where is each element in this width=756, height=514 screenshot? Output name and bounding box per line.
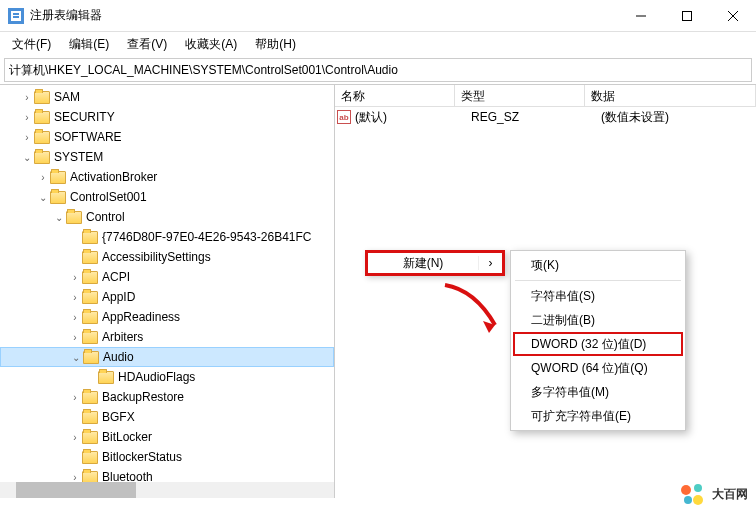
svg-point-1 bbox=[681, 485, 691, 495]
submenu-qword[interactable]: QWORD (64 位)值(Q) bbox=[513, 356, 683, 380]
list-row[interactable]: ab (默认) REG_SZ (数值未设置) bbox=[335, 107, 756, 127]
address-bar[interactable]: 计算机\HKEY_LOCAL_MACHINE\SYSTEM\ControlSet… bbox=[4, 58, 752, 82]
tree-node-appreadiness[interactable]: ›AppReadiness bbox=[0, 307, 334, 327]
folder-icon bbox=[82, 291, 98, 304]
expander-icon[interactable]: › bbox=[20, 110, 34, 124]
svg-point-2 bbox=[694, 484, 702, 492]
folder-icon bbox=[98, 371, 114, 384]
expander-icon[interactable]: › bbox=[68, 330, 82, 344]
tree-node-audio[interactable]: ⌄Audio bbox=[0, 347, 334, 367]
folder-icon bbox=[82, 311, 98, 324]
expander-icon[interactable] bbox=[68, 410, 82, 424]
tree-node-backuprestore[interactable]: ›BackupRestore bbox=[0, 387, 334, 407]
scrollbar-thumb[interactable] bbox=[16, 482, 136, 498]
tree-node-sam[interactable]: ›SAM bbox=[0, 87, 334, 107]
list-header: 名称 类型 数据 bbox=[335, 85, 756, 107]
expander-icon[interactable]: ⌄ bbox=[69, 350, 83, 364]
expander-icon[interactable]: › bbox=[68, 430, 82, 444]
separator bbox=[515, 280, 681, 281]
folder-icon bbox=[82, 271, 98, 284]
address-text: 计算机\HKEY_LOCAL_MACHINE\SYSTEM\ControlSet… bbox=[9, 62, 398, 79]
tree-node-system[interactable]: ⌄SYSTEM bbox=[0, 147, 334, 167]
submenu-key[interactable]: 项(K) bbox=[513, 253, 683, 277]
minimize-button[interactable] bbox=[618, 0, 664, 32]
expander-icon[interactable]: › bbox=[36, 170, 50, 184]
tree-node-software[interactable]: ›SOFTWARE bbox=[0, 127, 334, 147]
expander-icon[interactable] bbox=[68, 450, 82, 464]
tree-node-guid[interactable]: {7746D80F-97E0-4E26-9543-26B41FC bbox=[0, 227, 334, 247]
folder-icon bbox=[83, 351, 99, 364]
folder-icon bbox=[50, 171, 66, 184]
expander-icon[interactable]: › bbox=[68, 310, 82, 324]
tree-node-accessibility[interactable]: AccessibilitySettings bbox=[0, 247, 334, 267]
submenu-multistring[interactable]: 多字符串值(M) bbox=[513, 380, 683, 404]
expander-icon[interactable] bbox=[68, 250, 82, 264]
col-type[interactable]: 类型 bbox=[455, 85, 585, 106]
menu-favorites[interactable]: 收藏夹(A) bbox=[177, 33, 245, 56]
close-button[interactable] bbox=[710, 0, 756, 32]
tree-node-appid[interactable]: ›AppID bbox=[0, 287, 334, 307]
expander-icon[interactable]: ⌄ bbox=[52, 210, 66, 224]
cell-type: REG_SZ bbox=[471, 110, 601, 124]
folder-icon bbox=[82, 391, 98, 404]
expander-icon[interactable] bbox=[84, 370, 98, 384]
tree-node-activationbroker[interactable]: ›ActivationBroker bbox=[0, 167, 334, 187]
window-controls bbox=[618, 0, 756, 32]
folder-icon bbox=[82, 231, 98, 244]
menu-edit[interactable]: 编辑(E) bbox=[61, 33, 117, 56]
expander-icon[interactable]: ⌄ bbox=[20, 150, 34, 164]
expander-icon[interactable]: › bbox=[68, 390, 82, 404]
folder-icon bbox=[50, 191, 66, 204]
titlebar: 注册表编辑器 bbox=[0, 0, 756, 32]
folder-icon bbox=[82, 451, 98, 464]
window-title: 注册表编辑器 bbox=[30, 7, 618, 24]
expander-icon[interactable]: › bbox=[68, 270, 82, 284]
tree-node-security[interactable]: ›SECURITY bbox=[0, 107, 334, 127]
context-new-label: 新建(N) bbox=[368, 255, 478, 272]
svg-point-3 bbox=[684, 496, 692, 504]
expander-icon[interactable]: › bbox=[20, 130, 34, 144]
folder-icon bbox=[34, 131, 50, 144]
context-menu-new[interactable]: 新建(N) › bbox=[365, 250, 505, 276]
watermark-text: 大百网 bbox=[712, 486, 748, 503]
tree-node-controlset001[interactable]: ⌄ControlSet001 bbox=[0, 187, 334, 207]
tree-node-bitlockerstatus[interactable]: BitlockerStatus bbox=[0, 447, 334, 467]
tree-node-acpi[interactable]: ›ACPI bbox=[0, 267, 334, 287]
expander-icon[interactable]: ⌄ bbox=[36, 190, 50, 204]
tree-node-hdaudioflags[interactable]: HDAudioFlags bbox=[0, 367, 334, 387]
submenu-arrow-icon: › bbox=[478, 256, 502, 270]
submenu-dword[interactable]: DWORD (32 位)值(D) bbox=[513, 332, 683, 356]
tree-node-arbiters[interactable]: ›Arbiters bbox=[0, 327, 334, 347]
folder-icon bbox=[34, 91, 50, 104]
menubar: 文件(F) 编辑(E) 查看(V) 收藏夹(A) 帮助(H) bbox=[0, 32, 756, 56]
watermark: 大百网 bbox=[678, 480, 748, 508]
folder-icon bbox=[34, 151, 50, 164]
folder-icon bbox=[82, 251, 98, 264]
svg-point-4 bbox=[693, 495, 703, 505]
svg-rect-0 bbox=[683, 11, 692, 20]
expander-icon[interactable] bbox=[68, 230, 82, 244]
tree-node-bitlocker[interactable]: ›BitLocker bbox=[0, 427, 334, 447]
watermark-logo-icon bbox=[678, 480, 706, 508]
submenu-expandstring[interactable]: 可扩充字符串值(E) bbox=[513, 404, 683, 428]
folder-icon bbox=[66, 211, 82, 224]
expander-icon[interactable]: › bbox=[68, 290, 82, 304]
menu-view[interactable]: 查看(V) bbox=[119, 33, 175, 56]
submenu-string[interactable]: 字符串值(S) bbox=[513, 284, 683, 308]
string-value-icon: ab bbox=[337, 110, 351, 124]
col-data[interactable]: 数据 bbox=[585, 85, 756, 106]
cell-data: (数值未设置) bbox=[601, 109, 756, 126]
expander-icon[interactable]: › bbox=[20, 90, 34, 104]
folder-icon bbox=[82, 411, 98, 424]
tree-node-bgfx[interactable]: BGFX bbox=[0, 407, 334, 427]
app-icon bbox=[8, 8, 24, 24]
folder-icon bbox=[34, 111, 50, 124]
menu-file[interactable]: 文件(F) bbox=[4, 33, 59, 56]
maximize-button[interactable] bbox=[664, 0, 710, 32]
horizontal-scrollbar[interactable] bbox=[0, 482, 334, 498]
menu-help[interactable]: 帮助(H) bbox=[247, 33, 304, 56]
submenu-binary[interactable]: 二进制值(B) bbox=[513, 308, 683, 332]
cell-name: (默认) bbox=[355, 109, 471, 126]
tree-node-control[interactable]: ⌄Control bbox=[0, 207, 334, 227]
col-name[interactable]: 名称 bbox=[335, 85, 455, 106]
